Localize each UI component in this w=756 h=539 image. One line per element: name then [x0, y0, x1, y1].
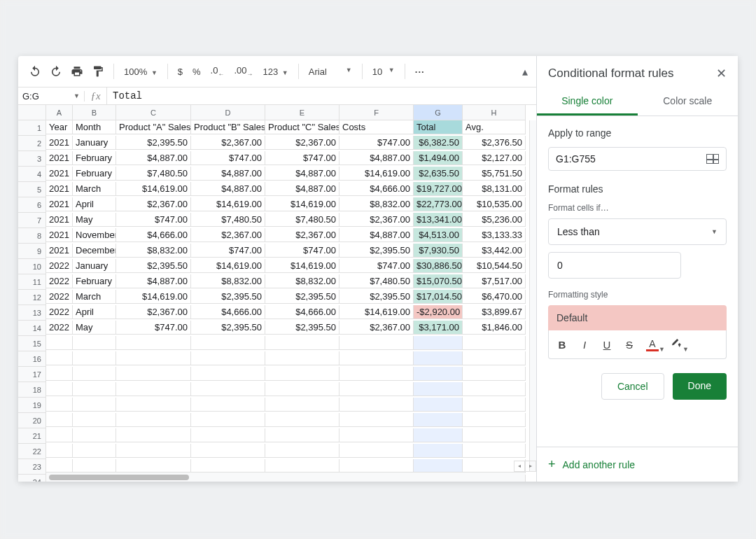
- cell[interactable]: April: [73, 197, 116, 211]
- tab-color-scale[interactable]: Color scale: [638, 88, 738, 115]
- cell[interactable]: $3,442.00: [463, 244, 526, 258]
- decrease-decimal-button[interactable]: .0←: [208, 65, 227, 78]
- cell[interactable]: Total: [414, 120, 463, 134]
- text-color-button[interactable]: A ▼: [641, 335, 664, 354]
- cell[interactable]: May: [73, 213, 116, 227]
- cell[interactable]: $4,666.00: [191, 305, 265, 319]
- cell[interactable]: 2022: [46, 290, 73, 304]
- cell[interactable]: $747.00: [191, 244, 265, 258]
- cell[interactable]: 2021: [46, 213, 73, 227]
- cell[interactable]: 2021: [46, 228, 73, 242]
- bold-button[interactable]: B: [552, 335, 573, 354]
- cell[interactable]: [340, 413, 414, 427]
- cell[interactable]: [265, 413, 340, 427]
- cell[interactable]: $2,395.50: [265, 290, 340, 304]
- cancel-button[interactable]: Cancel: [601, 373, 664, 400]
- cell[interactable]: $2,395.50: [265, 321, 340, 335]
- cell[interactable]: $4,666.00: [116, 228, 191, 242]
- column-header[interactable]: E: [265, 105, 340, 120]
- cell[interactable]: [191, 428, 265, 442]
- cell[interactable]: 2022: [46, 259, 73, 273]
- cell[interactable]: 2021: [46, 151, 73, 165]
- cell[interactable]: [414, 336, 463, 350]
- condition-select[interactable]: Less than ▼: [548, 218, 727, 245]
- cell[interactable]: $19,727.00: [414, 182, 463, 196]
- cell[interactable]: [265, 428, 340, 442]
- column-header[interactable]: C: [116, 105, 191, 120]
- strikethrough-button[interactable]: S: [619, 335, 640, 354]
- font-select[interactable]: Arial ▼: [306, 66, 355, 77]
- cell[interactable]: [414, 367, 463, 381]
- cell[interactable]: $2,635.50: [414, 167, 463, 181]
- cell[interactable]: 2022: [46, 305, 73, 319]
- column-header[interactable]: A: [46, 105, 73, 120]
- cell[interactable]: [73, 413, 116, 427]
- cell[interactable]: $4,887.00: [265, 167, 340, 181]
- row-number[interactable]: 15: [18, 336, 46, 351]
- paint-format-icon[interactable]: [90, 63, 106, 80]
- cell[interactable]: $15,070.50: [414, 274, 463, 288]
- number-format-select[interactable]: 123 ▼: [260, 66, 291, 77]
- row-number[interactable]: 10: [18, 259, 46, 274]
- cell[interactable]: [116, 398, 191, 412]
- cell[interactable]: $2,376.50: [463, 136, 526, 150]
- cell[interactable]: [116, 367, 191, 381]
- cell[interactable]: $8,832.00: [265, 274, 340, 288]
- cell[interactable]: [191, 459, 265, 473]
- cell[interactable]: [73, 336, 116, 350]
- cell[interactable]: $4,887.00: [340, 151, 414, 165]
- cell[interactable]: $2,367.00: [340, 321, 414, 335]
- cell[interactable]: Year: [46, 120, 73, 134]
- cell[interactable]: 2022: [46, 321, 73, 335]
- cell[interactable]: $14,619.00: [265, 259, 340, 273]
- cell[interactable]: [73, 351, 116, 365]
- cell[interactable]: January: [73, 136, 116, 150]
- cell[interactable]: [265, 444, 340, 458]
- cell[interactable]: $747.00: [340, 136, 414, 150]
- cell[interactable]: February: [73, 274, 116, 288]
- cell[interactable]: [463, 428, 526, 442]
- print-icon[interactable]: [69, 63, 85, 80]
- cell[interactable]: [116, 413, 191, 427]
- vertical-scrollbar[interactable]: [529, 120, 536, 472]
- percent-button[interactable]: %: [190, 66, 204, 77]
- cell[interactable]: May: [73, 321, 116, 335]
- cell[interactable]: [116, 336, 191, 350]
- cell[interactable]: [191, 367, 265, 381]
- row-number[interactable]: 12: [18, 290, 46, 305]
- cell[interactable]: $8,832.00: [340, 197, 414, 211]
- cell[interactable]: [463, 336, 526, 350]
- cell[interactable]: [463, 398, 526, 412]
- cell[interactable]: $2,367.00: [340, 213, 414, 227]
- cell[interactable]: [73, 382, 116, 396]
- collapse-toolbar-icon[interactable]: ▴: [522, 65, 528, 78]
- cell[interactable]: [46, 444, 73, 458]
- cell[interactable]: $8,832.00: [116, 244, 191, 258]
- cell[interactable]: [265, 351, 340, 365]
- cell[interactable]: [414, 428, 463, 442]
- cell[interactable]: 2021: [46, 197, 73, 211]
- cell[interactable]: [340, 351, 414, 365]
- row-number[interactable]: 23: [18, 459, 46, 475]
- cell[interactable]: [116, 428, 191, 442]
- row-number[interactable]: 13: [18, 305, 46, 321]
- cell[interactable]: $3,171.00: [414, 321, 463, 335]
- cell[interactable]: February: [73, 151, 116, 165]
- cell[interactable]: Product "B" Sales: [191, 120, 265, 134]
- cell[interactable]: January: [73, 259, 116, 273]
- cell[interactable]: [191, 382, 265, 396]
- cell[interactable]: $1,494.00: [414, 151, 463, 165]
- scroll-buttons[interactable]: ◂▸: [514, 461, 536, 472]
- row-number[interactable]: 11: [18, 274, 46, 290]
- grid[interactable]: ABCDEFGH1YearMonthProduct "A" SalesProdu…: [18, 105, 536, 482]
- cell[interactable]: $2,395.50: [116, 136, 191, 150]
- column-header[interactable]: G: [414, 105, 463, 120]
- cell[interactable]: $4,887.00: [191, 182, 265, 196]
- cell[interactable]: [414, 351, 463, 365]
- cell[interactable]: [46, 413, 73, 427]
- column-header[interactable]: [18, 105, 46, 120]
- cell[interactable]: $2,395.50: [340, 290, 414, 304]
- cell[interactable]: $1,846.00: [463, 321, 526, 335]
- cell[interactable]: [265, 382, 340, 396]
- row-number[interactable]: 1: [18, 120, 46, 136]
